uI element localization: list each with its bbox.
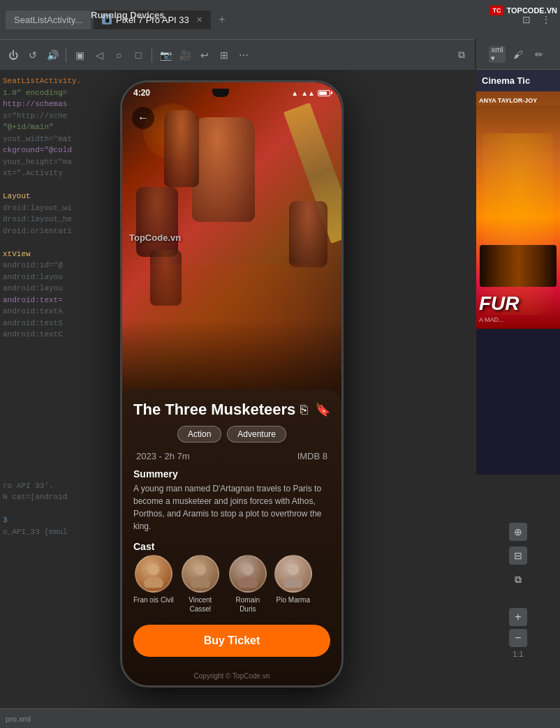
svg-point-1	[144, 577, 163, 588]
cinema-film-sub: A MAD...	[479, 316, 504, 323]
cast-name-2: Vincent Cassel	[179, 595, 221, 614]
code-line-23: android:textC	[3, 329, 79, 341]
signal-icon: ▲▲	[301, 89, 315, 97]
grid-icon[interactable]: ⊞	[216, 47, 232, 63]
battery-fill	[319, 91, 327, 95]
svg-point-7	[283, 577, 303, 588]
code-line-b5: o_API_33 [emul	[3, 526, 79, 538]
phone-status-bar: 4:20 ▲ ▲▲	[122, 82, 341, 103]
code-line-14: droid:orientati	[3, 225, 79, 237]
power-icon[interactable]: ⏻	[6, 47, 21, 63]
status-text: pro.xml	[6, 715, 31, 723]
undo-icon[interactable]: ↩	[197, 47, 212, 63]
more-toolbar-icon[interactable]: ⋯	[236, 47, 251, 63]
movie-imdb: IMDB 8	[297, 451, 327, 461]
svg-point-4	[242, 564, 253, 575]
camera-icon[interactable]: 📷	[158, 47, 173, 63]
topcode-logo-box: TC	[489, 6, 503, 15]
screenshot-icon[interactable]: ◁	[91, 47, 107, 63]
phone-time: 4:20	[133, 88, 150, 98]
copyright-text: Copyright © TopCode.vn	[194, 672, 270, 680]
movie-poster-image	[122, 82, 341, 403]
code-line-1: SeatListActivity.	[3, 75, 79, 87]
svg-point-5	[238, 577, 258, 588]
cast-name-1: Fran ois Civil	[133, 595, 174, 604]
phone-device: 4:20 ▲ ▲▲ ← TopCode.vn The Three Musket	[120, 80, 344, 688]
code-line-21: android:textA	[3, 306, 79, 318]
grid2-icon[interactable]: ⊟	[509, 547, 527, 565]
code-line-4: s="http://sche	[3, 110, 79, 122]
code-line-b3	[3, 503, 79, 515]
brush-icon[interactable]: 🖌	[510, 46, 526, 63]
zoom-level: 1:1	[513, 650, 523, 658]
summary-title: Summery	[133, 468, 330, 480]
wifi-icon: ▲	[291, 89, 298, 97]
cast-row: Fran ois Civil Vincent Cassel Romain Dur…	[133, 555, 330, 614]
movie-info-card: The Three Musketeers ⎘ 🔖 Action Adventur…	[122, 389, 341, 685]
tab-pixel-close[interactable]: ✕	[196, 15, 202, 24]
code-line-12: droid:layout_wi	[3, 202, 79, 214]
code-line-16: xtView	[3, 248, 79, 260]
phone-notch	[212, 89, 229, 97]
svg-point-0	[148, 564, 159, 575]
code-line-b2: N cat=[android	[3, 491, 79, 503]
cast-title: Cast	[133, 541, 330, 552]
code-area: SeatListActivity. 1.0" encoding= http://…	[0, 70, 82, 707]
cinema-actor-name: ANYA TAYLOR-JOY	[479, 97, 537, 104]
rotate-left-icon[interactable]: ↺	[25, 47, 40, 63]
phone-screen: 4:20 ▲ ▲▲ ← TopCode.vn The Three Musket	[122, 82, 341, 685]
volume-icon[interactable]: 🔊	[45, 47, 60, 63]
code-line-19: android:layou	[3, 283, 79, 295]
figure-1	[192, 117, 255, 222]
buy-ticket-button[interactable]: Buy Ticket	[133, 625, 330, 657]
movie-title-row: The Three Musketeers ⎘ 🔖	[133, 401, 330, 419]
copyright-bar: Copyright © TopCode.vn	[122, 672, 341, 680]
phone-status-icons: ▲ ▲▲	[291, 89, 330, 97]
running-devices-label: Running Devices	[91, 10, 164, 20]
code-line-15	[3, 237, 79, 248]
home-icon[interactable]: ○	[111, 47, 126, 63]
code-line-6: yout_width="mat	[3, 133, 79, 145]
cinema-car	[480, 245, 557, 287]
code-line-5: "@+id/main"	[3, 121, 79, 133]
svg-point-6	[288, 564, 299, 575]
code-line-7: ckground="@cold	[3, 144, 79, 156]
code-line-9: xt=".Activity	[3, 168, 79, 179]
recents-icon[interactable]: □	[131, 47, 146, 63]
device-toolbar: ⏻ ↺ 🔊 ▣ ◁ ○ □ 📷 🎥 ↩ ⊞ ⋯ ⧉	[0, 39, 475, 70]
video-icon[interactable]: 🎥	[177, 47, 193, 63]
back-button[interactable]: ←	[132, 107, 154, 129]
cinema-title: Cinema Tic	[476, 70, 560, 91]
cast-avatar-4	[274, 555, 312, 593]
cinema-film-title: FUR	[479, 292, 520, 315]
tab-bar: SeatListActivity... 📱 Pixel 7 Pro API 33…	[0, 0, 560, 39]
copy-icon[interactable]: ⧉	[454, 47, 469, 63]
cast-avatar-3	[229, 555, 267, 593]
zoom-in-button[interactable]: +	[509, 608, 527, 626]
code-line-3: http://schemas	[3, 98, 79, 110]
genre-action: Action	[177, 426, 221, 443]
bookmark-icon[interactable]: 🔖	[315, 402, 330, 417]
figure-2	[164, 110, 199, 187]
code-line-b1: ro API 33'.	[3, 480, 79, 492]
tab-seatlist[interactable]: SeatListActivity...	[6, 10, 91, 29]
copy2-icon[interactable]: ⧉	[509, 570, 527, 588]
zoom-controls: + − 1:1	[476, 608, 560, 658]
tab-add-button[interactable]: +	[214, 11, 230, 28]
svg-point-2	[195, 564, 206, 575]
snap-icon[interactable]: ⊕	[509, 523, 527, 541]
zoom-out-button[interactable]: −	[509, 629, 527, 647]
device-frame-icon[interactable]: ▣	[72, 47, 87, 63]
share-icon[interactable]: ⎘	[300, 403, 308, 417]
draw-icon[interactable]: ✏	[531, 46, 547, 63]
cast-member-4: Pio Marma	[274, 555, 312, 614]
code-line-18: android:layou	[3, 272, 79, 283]
movie-meta: 2023 - 2h 7m IMDB 8	[133, 451, 330, 461]
xml-dropdown[interactable]: xml ▾	[489, 46, 506, 63]
cast-name-3: Romain Duris	[227, 595, 269, 614]
figure-4	[289, 201, 327, 267]
code-line-11: Layout	[3, 191, 79, 202]
code-line-13: droid:layout_he	[3, 214, 79, 225]
cast-member-1: Fran ois Civil	[133, 555, 174, 614]
svg-point-3	[191, 577, 210, 588]
